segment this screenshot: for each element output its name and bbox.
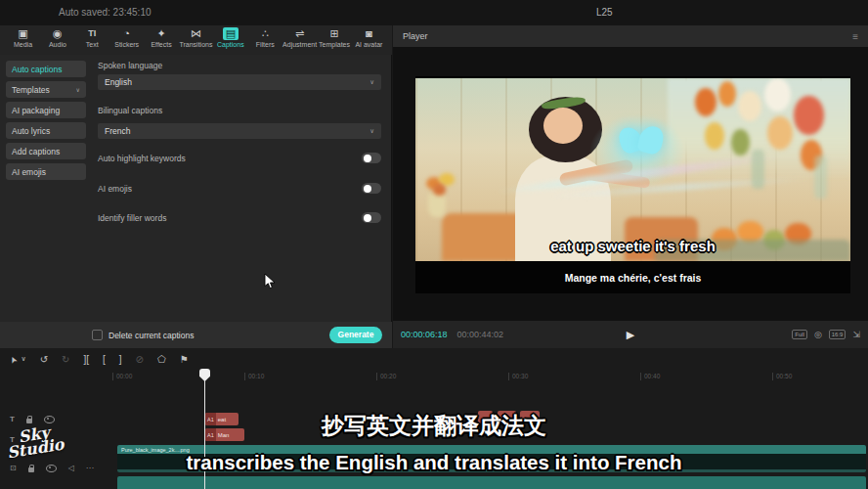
- tab-stickers[interactable]: ◔Stickers: [109, 27, 144, 55]
- main-toolbar: ▣Media ◉Audio TIText ◔Stickers ✦Effects …: [0, 25, 392, 55]
- trim-left-icon[interactable]: [: [103, 354, 106, 365]
- focus-icon[interactable]: ◎: [814, 330, 822, 339]
- menu-icon[interactable]: ≡: [852, 31, 858, 42]
- chevron-down-icon: ∨: [369, 127, 374, 135]
- delete-icon[interactable]: ⊘: [136, 354, 144, 365]
- filters-icon: ∴: [262, 27, 269, 40]
- video-preview[interactable]: eat up sweetie it's fresh Mange ma chéri…: [415, 76, 850, 293]
- cursor-chevron-icon[interactable]: ∨: [22, 355, 26, 363]
- player-controls: 00:00:06:18 00:00:44:02 ▶ Full ◎ 16:9 ⇲: [393, 321, 868, 348]
- tab-templates[interactable]: ⊞Templates: [318, 27, 352, 55]
- current-time: 00:00:06:18: [401, 330, 448, 339]
- tab-captions[interactable]: ▤Captions: [213, 27, 247, 55]
- video-frame: [415, 78, 850, 261]
- chevron-down-icon: ∨: [369, 78, 374, 86]
- tab-adjustment[interactable]: ⇌Adjustment: [282, 27, 317, 55]
- media-icon: ▣: [18, 27, 27, 40]
- playhead-handle[interactable]: [199, 369, 210, 381]
- ai-emojis-toggle[interactable]: [362, 183, 381, 194]
- spoken-language-select[interactable]: English ∨: [98, 74, 381, 90]
- bilingual-captions-label: Bilingual captions: [98, 106, 162, 115]
- chevron-down-icon: ∨: [76, 86, 80, 93]
- autosave-status: Auto saved: 23:45:10: [59, 7, 152, 18]
- select-cursor-icon[interactable]: ➤: [10, 354, 18, 365]
- auto-highlight-toggle[interactable]: [362, 153, 381, 163]
- timeline-toolbar: ➤ ∨ ↺ ↻ ][ [ ] ⊘ ⬠ ⚑: [0, 348, 868, 370]
- undo-icon[interactable]: ↺: [40, 354, 48, 365]
- transitions-icon: ⋈: [191, 27, 201, 40]
- filler-words-row: Identify filler words: [98, 212, 381, 223]
- sidebar-item-ai-emojis[interactable]: AI emojis: [6, 163, 86, 180]
- overlay-subtitle-chinese: 抄写英文并翻译成法文: [0, 411, 868, 441]
- overlay-subtitle-english: transcribes the English and translates i…: [0, 451, 868, 474]
- marker-icon[interactable]: ⚑: [180, 354, 189, 365]
- window-label: L25: [596, 7, 613, 18]
- effects-icon: ✦: [156, 27, 165, 40]
- play-button[interactable]: ▶: [627, 329, 634, 341]
- player-title: Player: [403, 31, 428, 41]
- total-duration: 00:00:44:02: [457, 330, 504, 339]
- top-bar: Auto saved: 23:45:10 L25: [0, 0, 868, 25]
- tab-filters[interactable]: ∴Filters: [248, 27, 282, 55]
- tab-audio[interactable]: ◉Audio: [40, 27, 74, 55]
- player-header: Player ≡: [393, 25, 868, 47]
- left-panel: ▣Media ◉Audio TIText ◔Stickers ✦Effects …: [0, 25, 392, 348]
- tab-transitions[interactable]: ⋈Transitions: [179, 27, 213, 55]
- delete-captions-checkbox[interactable]: [92, 330, 103, 340]
- sidebar-item-ai-packaging[interactable]: AI packaging: [6, 102, 86, 118]
- ai-avatar-icon: ◙: [366, 27, 372, 40]
- audio-icon: ◉: [53, 27, 63, 40]
- quality-badge[interactable]: Full: [792, 330, 807, 339]
- captions-panel-footer: Delete current captions Generate: [0, 322, 392, 348]
- video-stage: eat up sweetie it's fresh Mange ma chéri…: [393, 47, 868, 321]
- sidebar-item-add-captions[interactable]: Add captions: [6, 143, 86, 159]
- tab-effects[interactable]: ✦Effects: [145, 27, 179, 55]
- generate-button[interactable]: Generate: [329, 327, 382, 343]
- text-icon: TI: [88, 27, 96, 40]
- delete-captions-label: Delete current captions: [108, 331, 194, 340]
- player-panel: Player ≡: [393, 25, 868, 348]
- ai-emojis-row: AI emojis: [98, 183, 381, 194]
- tab-text[interactable]: TIText: [75, 27, 109, 55]
- stickers-icon: ◔: [123, 27, 130, 40]
- split-icon[interactable]: ][: [83, 354, 89, 365]
- mouse-cursor: [264, 273, 277, 290]
- sidebar-item-auto-captions[interactable]: Auto captions: [6, 61, 86, 77]
- redo-icon[interactable]: ↻: [62, 354, 69, 365]
- adjustment-icon: ⇌: [295, 27, 304, 40]
- mask-icon[interactable]: ⬠: [157, 354, 166, 365]
- trim-right-icon[interactable]: ]: [119, 354, 122, 365]
- audio-clip[interactable]: [117, 476, 866, 489]
- video-caption-primary: eat up sweetie it's fresh: [415, 238, 850, 254]
- auto-highlight-row: Auto highlight keywords: [98, 153, 381, 163]
- tab-ai-avatar[interactable]: ◙AI avatar: [352, 27, 386, 55]
- filler-words-toggle[interactable]: [362, 212, 381, 223]
- sidebar-item-templates[interactable]: Templates∨: [6, 81, 86, 98]
- spoken-language-label: Spoken language: [98, 61, 162, 70]
- tab-media[interactable]: ▣Media: [6, 27, 40, 55]
- captions-sidebar: Auto captions Templates∨ AI packaging Au…: [6, 61, 86, 184]
- flower-bouquet: [685, 78, 850, 206]
- sidebar-item-auto-lyrics[interactable]: Auto lyrics: [6, 122, 86, 139]
- auto-captions-settings: Spoken language English ∨ Bilingual capt…: [98, 59, 381, 313]
- ratio-badge[interactable]: 16:9: [829, 330, 846, 339]
- app-window: Auto saved: 23:45:10 L25 ▣Media ◉Audio T…: [0, 0, 868, 489]
- fullscreen-icon[interactable]: ⇲: [852, 330, 860, 339]
- video-caption-secondary: Mange ma chérie, c'est frais: [415, 272, 850, 284]
- bilingual-captions-select[interactable]: French ∨: [98, 123, 381, 139]
- captions-icon: ▤: [223, 27, 239, 40]
- templates-icon: ⊞: [329, 27, 338, 40]
